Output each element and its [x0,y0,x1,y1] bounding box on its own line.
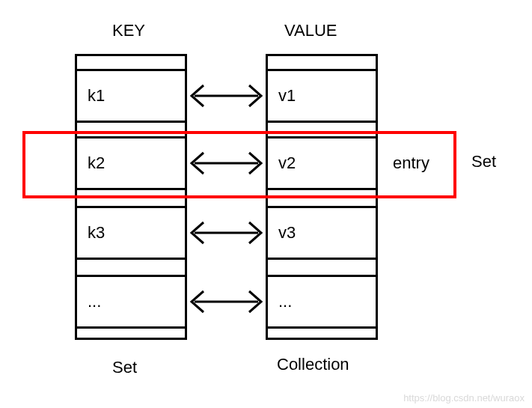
watermark: https://blog.csdn.net/wuraox [403,392,525,404]
key-cell: ... [75,275,187,329]
key-cell: k3 [75,206,187,260]
value-cell: v2 [266,136,378,190]
double-arrow-icon [187,287,266,317]
double-arrow-icon [187,218,266,248]
key-header: KEY [112,21,145,40]
value-header: VALUE [284,21,337,40]
key-footer-label: Set [112,358,137,377]
entry-label: entry [393,153,429,173]
double-arrow-icon [187,81,266,111]
key-cell: k1 [75,69,187,123]
diagram-canvas: KEY VALUE k1 k2 k3 ... v1 v2 v3 ... Set … [0,0,532,408]
key-cell: k2 [75,136,187,190]
value-cell: v3 [266,206,378,260]
value-footer-label: Collection [277,355,349,374]
double-arrow-icon [187,148,266,178]
value-cell: ... [266,275,378,329]
value-cell: v1 [266,69,378,123]
entry-set-label: Set [471,152,496,171]
